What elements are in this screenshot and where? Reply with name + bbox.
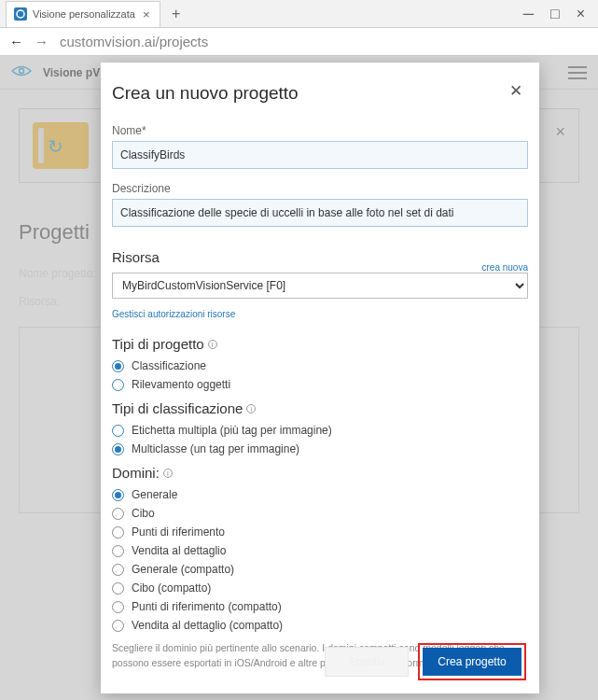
domain-label: Cibo (compatto) bbox=[132, 581, 211, 595]
manage-permissions-link[interactable]: Gestisci autorizzazioni risorse bbox=[112, 309, 235, 319]
name-input[interactable] bbox=[112, 141, 528, 169]
project-type-label: Classificazione bbox=[132, 359, 206, 372]
radio-icon[interactable] bbox=[112, 489, 124, 501]
domain-label: Vendita al dettaglio bbox=[132, 544, 226, 557]
domains-title: Domini: bbox=[112, 465, 160, 481]
new-tab-button[interactable]: + bbox=[166, 6, 186, 22]
description-input[interactable] bbox=[112, 199, 528, 227]
window-minimize-icon[interactable]: ─ bbox=[523, 6, 534, 22]
radio-icon[interactable] bbox=[112, 564, 124, 576]
domain-option[interactable]: Punti di riferimento bbox=[112, 525, 528, 539]
classification-type-label: Multiclasse (un tag per immagine) bbox=[132, 442, 299, 455]
info-icon[interactable]: i bbox=[163, 469, 173, 478]
tab-close-icon[interactable]: × bbox=[141, 8, 152, 20]
domain-option[interactable]: Vendita al dettaglio bbox=[112, 544, 528, 557]
svg-point-0 bbox=[17, 10, 24, 18]
radio-icon[interactable] bbox=[112, 508, 124, 520]
radio-icon[interactable] bbox=[112, 582, 124, 595]
domain-label: Punti di riferimento bbox=[132, 525, 225, 539]
window-maximize-icon[interactable]: □ bbox=[550, 6, 560, 22]
domain-label: Cibo bbox=[132, 507, 155, 520]
radio-icon[interactable] bbox=[112, 443, 124, 455]
project-type-title: Tipi di progetto bbox=[112, 336, 204, 352]
dialog-close-icon[interactable]: ✕ bbox=[509, 81, 522, 101]
radio-icon[interactable] bbox=[112, 526, 124, 539]
project-type-option[interactable]: Classificazione bbox=[112, 359, 528, 372]
domain-option[interactable]: Vendita al dettaglio (compatto) bbox=[112, 619, 528, 632]
classification-type-option[interactable]: Multiclasse (un tag per immagine) bbox=[112, 442, 528, 455]
dialog-title: Crea un nuovo progetto bbox=[112, 83, 528, 104]
domain-option[interactable]: Generale bbox=[112, 488, 528, 501]
browser-tab[interactable]: Visione personalizzata × bbox=[6, 1, 160, 27]
radio-icon[interactable] bbox=[112, 545, 124, 557]
domain-label: Generale (compatto) bbox=[132, 563, 234, 576]
resource-section-title: Risorsa bbox=[112, 249, 160, 265]
domain-option[interactable]: Cibo (compatto) bbox=[112, 581, 528, 595]
create-button-highlight: Crea progetto bbox=[418, 643, 526, 680]
create-project-dialog: Crea un nuovo progetto ✕ Nome* Descrizio… bbox=[101, 63, 539, 693]
cancel-button[interactable]: Annulla bbox=[325, 647, 409, 677]
project-type-option[interactable]: Rilevamento oggetti bbox=[112, 378, 528, 391]
info-icon[interactable]: i bbox=[208, 340, 217, 349]
create-resource-link[interactable]: crea nuova bbox=[482, 262, 528, 273]
classification-type-title: Tipi di classificazione bbox=[112, 400, 243, 416]
radio-icon[interactable] bbox=[112, 360, 124, 372]
radio-icon[interactable] bbox=[112, 601, 124, 613]
domain-option[interactable]: Punti di riferimento (compatto) bbox=[112, 600, 528, 613]
create-project-button[interactable]: Crea progetto bbox=[423, 648, 522, 676]
nav-back-icon[interactable]: ← bbox=[9, 34, 23, 49]
domain-label: Vendita al dettaglio (compatto) bbox=[132, 619, 283, 632]
domain-label: Punti di riferimento (compatto) bbox=[132, 600, 282, 613]
info-icon[interactable]: i bbox=[246, 404, 256, 413]
resource-select[interactable]: MyBirdCustomVisionService [F0] bbox=[112, 273, 528, 299]
window-close-icon[interactable]: × bbox=[577, 6, 585, 22]
domain-label: Generale bbox=[132, 488, 177, 501]
nav-forward-icon: → bbox=[35, 34, 49, 49]
domain-option[interactable]: Generale (compatto) bbox=[112, 563, 528, 576]
favicon-icon bbox=[14, 7, 27, 21]
radio-icon[interactable] bbox=[112, 379, 124, 391]
classification-type-option[interactable]: Etichetta multipla (più tag per immagine… bbox=[112, 424, 528, 437]
name-label: Nome* bbox=[112, 124, 528, 137]
address-bar[interactable]: customvision.ai/projects bbox=[60, 34, 208, 49]
project-type-label: Rilevamento oggetti bbox=[132, 378, 230, 391]
description-label: Descrizione bbox=[112, 182, 528, 195]
classification-type-label: Etichetta multipla (più tag per immagine… bbox=[132, 424, 332, 437]
radio-icon[interactable] bbox=[112, 620, 124, 632]
domain-option[interactable]: Cibo bbox=[112, 507, 528, 520]
tab-title: Visione personalizzata bbox=[33, 8, 135, 20]
radio-icon[interactable] bbox=[112, 425, 124, 437]
